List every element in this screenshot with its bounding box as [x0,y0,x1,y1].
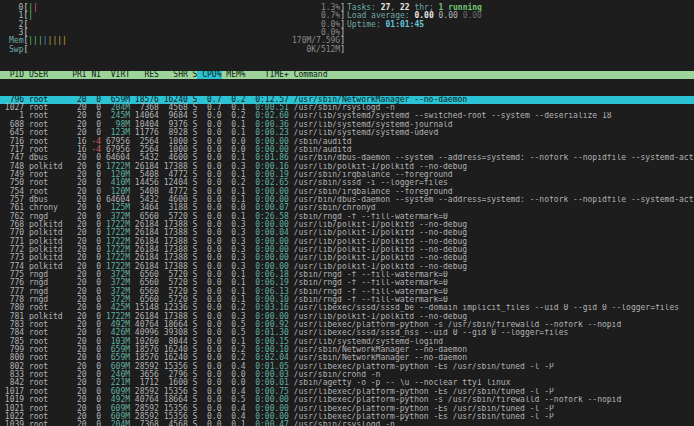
table-body: 796root200659M1857616240S0.70.20:12.57/u… [0,96,694,426]
uptime-segment: 01:01:45 [386,20,425,29]
swp-meter: Swp[0K/512M] [9,46,345,54]
cell-cmd: /usr/libexec/platform-python -Es /usr/sb… [289,388,694,396]
process-row[interactable]: 799root200659M1857616240S0.00.20:00.10/u… [0,346,694,354]
cell-mem: 0.1 [222,421,246,426]
process-row[interactable]: 1022root200609M2859215356S0.00.40:00.00/… [0,413,694,421]
cell-cmd: /usr/lib/polkit-1/polkitd --no-debug [289,246,694,254]
column-header-command[interactable]: Command [289,71,694,79]
process-row[interactable]: 780root200425M1514812336S0.00.20:03.16/u… [0,304,694,312]
process-row[interactable]: 749root200120M54084772S0.00.10:00.19/usr… [0,171,694,179]
cell-time: 0:00.47 [246,421,289,426]
process-row[interactable]: 777rngd200372M65605720S0.00.10:06.13/sbi… [0,288,694,296]
cell-cmd: /usr/sbin/irqbalance --foreground [289,188,694,196]
process-row[interactable]: 1017root200609M2859215356S0.00.40:00.75/… [0,388,694,396]
column-header-ni[interactable]: NI [87,71,101,79]
process-row[interactable]: 747dbus2006460454324600S0.00.10:01.86/us… [0,154,694,162]
meter-bar-area: ||||||||170M/7.59G [28,37,340,45]
process-row[interactable]: 802root200609M2859215356S0.00.40:01.05/u… [0,363,694,371]
process-row[interactable]: 1039root200204M73684568S0.00.10:00.47/us… [0,421,694,426]
cell-cmd: /sbin/rngd -f --fill-watermark=0 [289,288,694,296]
cell-cmd: /usr/bin/dbus-daemon --system --address=… [289,196,694,204]
cell-s: S [188,421,198,426]
process-row[interactable]: 1019root200492M4076418664S0.00.50:00.00/… [0,396,694,404]
htop-terminal: 0[||1.3%]1[|0.7%]2[0.0%]3[0.0%]Mem[|||||… [0,0,694,426]
meters-column: 0[||1.3%]1[|0.7%]2[0.0%]3[0.0%]Mem[|||||… [0,4,345,54]
cell-cpu: 0.0 [197,421,221,426]
column-header-time[interactable]: TIME+ [246,71,289,79]
process-row[interactable]: 833root200240M36562796S0.00.00:00.03/usr… [0,371,694,379]
process-row[interactable]: 785root200103M102608044S0.00.10:00.15/us… [0,338,694,346]
process-row[interactable]: 1027root200204M73684568S0.70.10:00.51/us… [0,104,694,112]
cell-cmd: /usr/lib/systemd/systemd --switched-root… [289,112,694,120]
process-row[interactable]: 1root200245M140649684S0.00.20:02.60/usr/… [0,112,694,120]
process-row[interactable]: 776rngd200372M65605720S0.00.10:06.19/sbi… [0,279,694,287]
process-row[interactable]: 688root20098M104049376S0.00.10:00.36/usr… [0,121,694,129]
process-row[interactable]: 778rngd200372M65605720S0.00.10:00.10/sbi… [0,296,694,304]
cell-cmd: /sbin/rngd -f --fill-watermark=0 [289,296,694,304]
process-row[interactable]: 796root200659M1857616240S0.70.20:12.57/u… [0,96,694,104]
process-row[interactable]: 771polkitd2001722M2618417388S0.00.30:00.… [0,238,694,246]
cell-cmd: /usr/lib/polkit-1/polkitd --no-debug [289,221,694,229]
process-row[interactable]: 757dbus2006460454324600S0.00.10:00.00/us… [0,196,694,204]
mem-meter: Mem[||||||||170M/7.59G] [9,37,345,45]
process-row[interactable]: 783root200492M4076418664S0.00.50:00.92/u… [0,321,694,329]
cell-cmd: /usr/lib/polkit-1/polkitd --no-debug [289,263,694,271]
process-row[interactable]: 754root200120M54084772S0.00.10:00.00/usr… [0,188,694,196]
process-row[interactable]: 775rngd200372M65605720S0.00.10:06.18/sbi… [0,271,694,279]
column-header-virt[interactable]: VIRT [101,71,130,79]
cell-cmd: /usr/sbin/NetworkManager --no-daemon [289,96,694,104]
column-header-pid[interactable]: PID [0,71,24,79]
cell-cmd: /usr/libexec/platform-python -Es /usr/sb… [289,405,694,413]
load-average-segment: 0.00 [463,11,482,20]
column-header-res[interactable]: RES [130,71,159,79]
process-row[interactable]: 772polkitd2001722M2618417388S0.00.30:00.… [0,246,694,254]
column-header-s[interactable]: S [188,71,198,79]
cpu-meter-0: 0[||1.3%] [9,4,345,12]
process-row[interactable]: 773polkitd2001722M2618417388S0.00.30:00.… [0,254,694,262]
process-row[interactable]: 842root200221M17121600S0.00.00:00.01/sbi… [0,379,694,387]
cell-cmd: /usr/sbin/NetworkManager --no-daemon [289,346,694,354]
cell-cmd: /usr/sbin/crond -n [289,371,694,379]
cell-cmd: /usr/libexec/sssd/sssd_nss --uid 0 --gid… [289,329,694,337]
cell-cmd: /usr/lib/systemd/systemd-udevd [289,129,694,137]
cell-cmd: /sbin/auditd [289,138,694,146]
process-row[interactable]: 717root16-46795625641000S0.00.00:00.00/s… [0,146,694,154]
process-row[interactable]: 761chrony200125M34643188S0.00.00:00.07/u… [0,204,694,212]
cell-pid: 1039 [0,421,24,426]
cell-cmd: /usr/sbin/NetworkManager --no-daemon [289,354,694,362]
sysinfo-column: Tasks: 27, 22 thr; 1 runningLoad average… [345,4,694,54]
column-header-pri[interactable]: PRI [67,71,86,79]
column-header-shr[interactable]: SHR [159,71,188,79]
cell-pri: 20 [67,421,86,426]
cell-cmd: /usr/libexec/platform-python -Es /usr/sb… [289,413,694,421]
cell-cmd: /usr/libexec/sssd/sssd_be --domain impli… [289,304,694,312]
process-row[interactable]: 716root16-46795625641000S0.00.00:00.00/s… [0,138,694,146]
process-row[interactable]: 781polkitd2001722M2618417388S0.00.30:00.… [0,313,694,321]
process-row[interactable]: 774polkitd2001722M2618417388S0.00.30:00.… [0,263,694,271]
cpu-meter-2: 2[0.0%] [9,21,345,29]
process-row[interactable]: 750root200410M1445612404S0.00.20:02.65/u… [0,179,694,187]
cell-cmd: /usr/lib/polkit-1/polkitd --no-debug [289,254,694,262]
column-header-user[interactable]: USER [24,71,67,79]
cell-cmd: /usr/libexec/platform-python -s /usr/sbi… [289,396,694,404]
meter-bar-yellow: | [62,37,67,45]
cell-cmd: /usr/lib/polkit-1/polkitd --no-debug [289,313,694,321]
column-header-cpu[interactable]: CPU% [197,71,221,79]
cell-cmd: /usr/lib/polkit-1/polkitd --no-debug [289,163,694,171]
cell-cmd: /usr/sbin/irqbalance --foreground [289,171,694,179]
process-row[interactable]: 800root200659M1857616240S0.00.20:02.04/u… [0,354,694,362]
process-row[interactable]: 762rngd200372M65605720S0.00.10:26.58/sbi… [0,213,694,221]
cell-cmd: /usr/libexec/platform-python -s /usr/sbi… [289,321,694,329]
process-row[interactable]: 768polkitd2001722M2618417388S0.00.30:00.… [0,221,694,229]
table-header-row[interactable]: PIDUSERPRINIVIRTRESSHRSCPU%MEM%TIME+Comm… [0,71,694,79]
column-header-mem[interactable]: MEM% [222,71,246,79]
process-row[interactable]: 1021root200609M2859215356S0.00.40:00.00/… [0,405,694,413]
process-row[interactable]: 784root200426M4099639308S0.00.50:01.30/u… [0,329,694,337]
process-row[interactable]: 770polkitd2001722M2618417388S0.00.30:00.… [0,229,694,237]
meter-bar-area: |0.7% [28,12,340,20]
process-row[interactable]: 748polkitd2001722M2618417388S0.00.30:00.… [0,163,694,171]
process-row[interactable]: 645root200123M117768928S0.00.10:00.23/us… [0,129,694,137]
cell-user: root [24,421,67,426]
header-area: 0[||1.3%]1[|0.7%]2[0.0%]3[0.0%]Mem[|||||… [0,4,694,54]
uptime: Uptime: 01:01:45 [347,21,694,29]
